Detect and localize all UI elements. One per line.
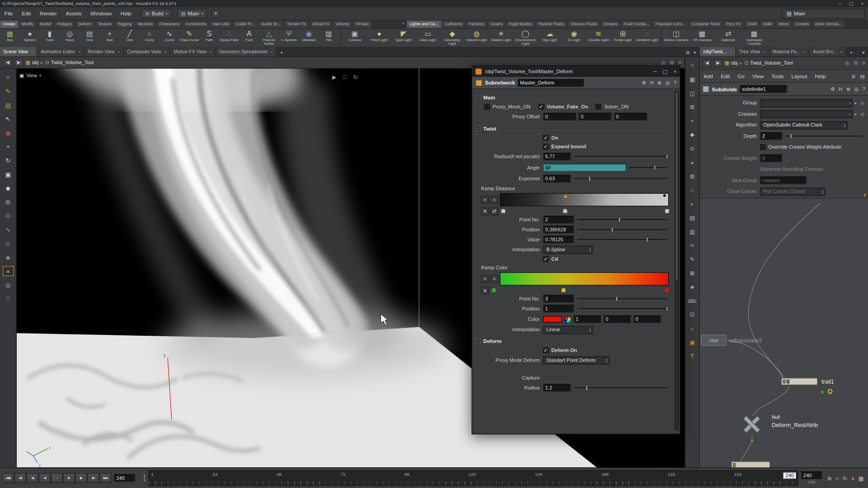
creases-arrow-button[interactable]: ▸ xyxy=(853,112,859,117)
snap-grid-icon[interactable]: ⊞ xyxy=(3,197,13,206)
material-display-icon[interactable]: ● xyxy=(687,158,697,167)
collapse-icon[interactable]: − xyxy=(476,338,481,343)
shelf-tab[interactable]: Grains xyxy=(488,20,506,28)
play-button[interactable]: ▶ xyxy=(63,473,75,483)
ramp-distance-widget[interactable] xyxy=(500,193,669,206)
go-start-button[interactable]: |◀◀ xyxy=(2,473,14,483)
bound-display-icon[interactable]: ▥ xyxy=(687,227,697,236)
desktop-select[interactable]: ▤ Main ▾ xyxy=(177,9,207,19)
creases-select-button[interactable]: ◎ xyxy=(859,112,866,117)
tool-vr-camera[interactable]: ▩ VR Camera xyxy=(689,29,715,47)
volume-display-icon[interactable]: ◍ xyxy=(687,172,697,181)
param-window-titlebar[interactable]: /obj/Twist_Volume_Tool/Master_Deform ─ ▢… xyxy=(472,66,679,77)
ramp-delete-point-button[interactable]: × xyxy=(481,196,489,203)
shelf-tab[interactable]: Cloth xyxy=(744,20,760,28)
secure-selection-icon[interactable]: □ xyxy=(343,74,346,80)
pane-tab[interactable]: Motion FX View xyxy=(170,47,216,56)
shelf-tab[interactable]: Hair Utils xyxy=(210,20,233,28)
shelf-tab[interactable]: Create xyxy=(0,20,19,28)
exponent-slider[interactable] xyxy=(574,175,669,183)
tool-grid[interactable]: ▤ Grid xyxy=(80,29,99,47)
scrollbar-thumb[interactable] xyxy=(675,92,678,281)
gem-display-icon[interactable]: ◆ xyxy=(687,131,697,140)
step-fwd-button[interactable]: |▶ xyxy=(75,473,87,483)
help-icon[interactable]: ? xyxy=(863,86,865,92)
shelf-tab[interactable]: Pyro FX xyxy=(723,20,745,28)
shelf-tab[interactable]: Rigid Bodies xyxy=(506,20,535,28)
pose-tool-icon[interactable]: ◆ xyxy=(3,184,13,193)
tool-circle[interactable]: ○ Circle xyxy=(140,29,160,47)
tool-metaball[interactable]: ◉ Metaball xyxy=(299,29,319,47)
shelf-tab[interactable]: Particle Fluids xyxy=(535,20,567,28)
tool-spot-light[interactable]: ◤ Spot Light xyxy=(392,29,416,47)
playback-options-icon[interactable]: ▦ xyxy=(859,475,864,481)
brush-tool-icon[interactable]: ▨ xyxy=(3,101,13,110)
add-pane-tab-button[interactable]: + xyxy=(277,49,286,56)
shelf-tab[interactable]: Volume xyxy=(333,20,353,28)
grid-toggle-icon[interactable]: ⊞ xyxy=(687,103,697,112)
creases-select[interactable]: ▾ xyxy=(760,110,852,118)
snap-curve-icon[interactable]: ∿ xyxy=(3,225,13,234)
annotate-icon[interactable]: ✎ xyxy=(687,255,697,264)
pane-menu-icon[interactable]: ≡ xyxy=(679,60,681,65)
breadcrumb-root[interactable]: ▦ obj xyxy=(25,60,38,65)
position-slider[interactable] xyxy=(577,226,669,234)
view-tool-icon[interactable]: ✎ xyxy=(3,87,13,96)
menu-item[interactable]: Edit xyxy=(717,70,734,82)
build-mode-select[interactable]: ⊞ Build ▾ xyxy=(142,9,171,19)
network-overview-icon[interactable]: ⊞ xyxy=(851,73,855,79)
capture-radius-field[interactable]: 1.2 xyxy=(543,384,571,392)
angle-slider[interactable] xyxy=(629,164,669,171)
shelf-tab[interactable]: Terrain FX xyxy=(284,20,309,28)
tool-camera[interactable]: ▣ Camera xyxy=(343,29,367,47)
group-select[interactable]: ▾ xyxy=(760,99,852,107)
nav-forward-button[interactable]: ▶ xyxy=(14,59,24,66)
add-view-icon[interactable]: + xyxy=(687,117,697,126)
tool-null[interactable]: + Null xyxy=(99,29,119,47)
expand-bound-checkbox[interactable]: ✓ xyxy=(543,144,548,149)
point-no-field[interactable]: 3 xyxy=(543,295,574,303)
ramp-marker-red-selected[interactable] xyxy=(665,287,670,292)
minimize-button[interactable]: – xyxy=(839,0,841,7)
nav-back-button[interactable]: ◀ xyxy=(703,59,712,67)
construction-plane-icon[interactable]: ◇ xyxy=(3,239,13,248)
proxy-offset-z-field[interactable]: 0 xyxy=(614,113,647,121)
gamma-display-icon[interactable]: ◈ xyxy=(687,283,697,292)
houdini-badge-icon[interactable]: H xyxy=(650,80,654,85)
rotate-tool-icon[interactable]: ↻ xyxy=(3,156,13,165)
position-field[interactable]: 1 xyxy=(543,305,574,313)
shading-mode-icon[interactable]: ▦ xyxy=(687,75,697,84)
proxy-mesh-on-checkbox[interactable] xyxy=(484,104,490,109)
template-display-icon[interactable]: ▤ xyxy=(687,214,697,223)
select-mode-icon[interactable]: ▶ xyxy=(332,74,336,80)
menu-item[interactable]: Help xyxy=(116,8,136,20)
pane-tab[interactable]: Scene View xyxy=(0,47,38,56)
snap-point-icon[interactable]: ⊙ xyxy=(3,211,13,221)
maximize-pane-icon[interactable]: ⊞ xyxy=(686,50,690,55)
color-b-field[interactable]: 0 xyxy=(633,315,661,323)
pane-tab[interactable]: Animation Editor xyxy=(38,47,85,56)
color-r-field[interactable]: 1 xyxy=(574,315,601,323)
shelf-tab[interactable]: Constraints xyxy=(183,20,210,28)
tool-sky-light[interactable]: ☁ Sky Light xyxy=(538,29,562,47)
sim-cache-icon[interactable]: ● xyxy=(851,475,854,481)
tool-stereo-camera[interactable]: ◫ Stereo Camera xyxy=(663,29,689,47)
depth-slider[interactable] xyxy=(786,132,864,140)
prev-key-button[interactable]: |◀ xyxy=(14,473,26,483)
shelf-tab[interactable]: Particles xyxy=(466,20,488,28)
shelf-tab[interactable]: Cloud FX xyxy=(309,20,333,28)
radius-slider[interactable] xyxy=(574,153,669,160)
search-icon[interactable]: ⊕ xyxy=(846,86,850,92)
tool-sphere[interactable]: ● Sphere xyxy=(20,29,40,47)
timeline-ruler[interactable]: 124487296120144168192216 240 xyxy=(148,470,798,486)
layout-icon[interactable]: ⊞ xyxy=(670,60,674,65)
shelf-tab[interactable]: Muscles xyxy=(135,20,156,28)
shelf-tab[interactable]: HPaste xyxy=(353,20,373,28)
lasso-select-icon[interactable]: ◉ xyxy=(3,128,13,137)
tool-draw-curve[interactable]: ✎ Draw Curve xyxy=(179,29,199,47)
menu-item[interactable]: Assets xyxy=(61,8,86,20)
view-reset-icon[interactable]: ↻ xyxy=(353,74,358,80)
depth-field[interactable]: 2 xyxy=(760,132,782,140)
shelf-tab[interactable]: Characters xyxy=(156,20,183,28)
ramp-end-point[interactable] xyxy=(663,194,666,197)
